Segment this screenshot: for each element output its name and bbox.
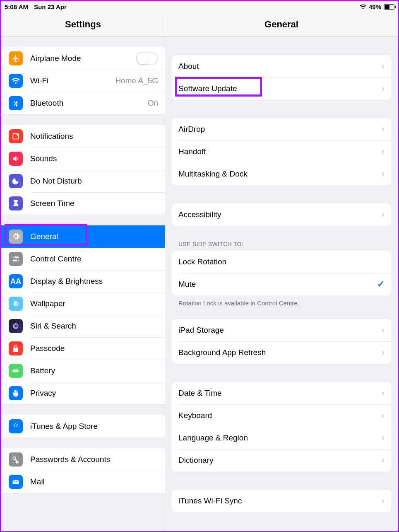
detail-item-handoff[interactable]: Handoff › xyxy=(172,140,391,163)
battery-percent: 49% xyxy=(369,3,381,10)
detail-item-itunes-wifi-sync[interactable]: iTunes Wi-Fi Sync › xyxy=(172,490,391,512)
sidebar-item-passcode[interactable]: Passcode xyxy=(1,337,165,360)
detail-item-date-time[interactable]: Date & Time › xyxy=(172,382,391,404)
detail-item-software-update[interactable]: Software Update › xyxy=(172,77,391,100)
sidebar-item-airplane[interactable]: Airplane Mode xyxy=(1,47,165,70)
detail-label: iPad Storage xyxy=(178,326,224,335)
detail-item-airdrop[interactable]: AirDrop › xyxy=(172,118,391,140)
sidebar-item-siri[interactable]: Siri & Search xyxy=(1,315,165,337)
appstore-icon xyxy=(9,419,23,433)
svg-point-1 xyxy=(17,133,19,135)
svg-point-5 xyxy=(17,260,18,261)
sidebar-label: Control Centre xyxy=(30,254,158,264)
detail-item-background-refresh[interactable]: Background App Refresh › xyxy=(172,341,391,364)
mail-icon xyxy=(9,475,23,489)
moon-icon xyxy=(9,174,23,188)
status-time: 5:08 AM xyxy=(5,3,28,10)
detail-label: About xyxy=(178,62,199,71)
chevron-right-icon: › xyxy=(382,347,385,358)
status-bar: 5:08 AM Sun 23 Apr 49% xyxy=(1,1,398,12)
sidebar-item-dnd[interactable]: Do Not Disturb xyxy=(1,170,165,192)
sounds-icon xyxy=(9,152,23,166)
chevron-right-icon: › xyxy=(382,83,385,94)
sidebar-item-display[interactable]: AA Display & Brightness xyxy=(1,270,165,293)
svg-point-11 xyxy=(14,325,17,328)
detail-label: AirDrop xyxy=(178,125,205,134)
sidebar-label: Do Not Disturb xyxy=(30,177,158,186)
detail-label: Keyboard xyxy=(178,411,212,420)
sidebar-label: iTunes & App Store xyxy=(30,422,158,431)
sidebar-label: Mail xyxy=(30,477,158,486)
sidebar-label: General xyxy=(30,232,158,241)
detail-item-dictionary[interactable]: Dictionary › xyxy=(172,449,391,472)
sidebar-item-wifi[interactable]: Wi-Fi Home A_5G xyxy=(1,70,165,92)
hourglass-icon xyxy=(9,196,23,210)
detail-item-ipad-storage[interactable]: iPad Storage › xyxy=(172,319,391,341)
sidebar-item-passwords[interactable]: Passwords & Accounts xyxy=(1,448,165,471)
detail-label: Language & Region xyxy=(178,433,248,443)
group-footer: Rotation Lock is available in Control Ce… xyxy=(172,295,391,307)
sidebar-label: Display & Brightness xyxy=(30,277,158,286)
detail-label: Lock Rotation xyxy=(178,257,226,266)
battery-icon xyxy=(9,364,23,378)
sidebar-label: Passwords & Accounts xyxy=(30,455,158,464)
side-switch-mute[interactable]: Mute ✓ xyxy=(172,273,391,295)
wifi-value: Home A_5G xyxy=(115,76,159,85)
chevron-right-icon: › xyxy=(382,455,385,466)
sidebar-label: Bluetooth xyxy=(30,99,148,108)
detail-item-multitasking[interactable]: Multitasking & Dock › xyxy=(172,163,391,185)
svg-rect-12 xyxy=(13,370,18,372)
sidebar-item-bluetooth[interactable]: Bluetooth On xyxy=(1,92,165,114)
sidebar-item-privacy[interactable]: Privacy xyxy=(1,382,165,404)
airplane-toggle[interactable] xyxy=(136,52,158,65)
chevron-right-icon: › xyxy=(382,169,385,179)
sidebar-label: Notifications xyxy=(30,132,158,141)
chevron-right-icon: › xyxy=(382,410,385,421)
sidebar-item-general[interactable]: General xyxy=(1,225,165,248)
wifi-icon xyxy=(9,74,23,88)
battery-icon xyxy=(384,4,394,10)
sidebar-item-sounds[interactable]: Sounds xyxy=(1,148,165,170)
sidebar-label: Sounds xyxy=(30,154,158,163)
bluetooth-icon xyxy=(9,96,23,110)
sidebar-item-controlcentre[interactable]: Control Centre xyxy=(1,248,165,270)
hand-icon xyxy=(9,386,23,400)
sidebar-item-itunes[interactable]: iTunes & App Store xyxy=(1,415,165,438)
notifications-icon xyxy=(9,129,23,143)
sidebar-label: Wallpaper xyxy=(30,299,158,308)
bluetooth-value: On xyxy=(148,99,158,108)
sidebar-label: Siri & Search xyxy=(30,322,158,331)
detail-item-language-region[interactable]: Language & Region › xyxy=(172,427,391,449)
detail-label: Accessibility xyxy=(178,210,221,219)
sidebar-label: Privacy xyxy=(30,389,158,398)
sidebar-item-wallpaper[interactable]: Wallpaper xyxy=(1,293,165,315)
detail-item-keyboard[interactable]: Keyboard › xyxy=(172,404,391,427)
chevron-right-icon: › xyxy=(382,209,385,220)
detail-item-accessibility[interactable]: Accessibility › xyxy=(172,203,391,226)
side-switch-lock-rotation[interactable]: Lock Rotation xyxy=(172,251,391,273)
sidebar-label: Screen Time xyxy=(30,199,158,208)
key-icon xyxy=(9,452,23,467)
svg-rect-13 xyxy=(19,370,19,371)
chevron-right-icon: › xyxy=(382,433,385,443)
sidebar-item-notifications[interactable]: Notifications xyxy=(1,125,165,148)
siri-icon xyxy=(9,319,23,333)
svg-point-6 xyxy=(15,303,16,304)
detail-item-about[interactable]: About › xyxy=(172,55,391,77)
svg-point-4 xyxy=(13,257,14,258)
chevron-right-icon: › xyxy=(382,124,385,135)
detail-label: Background App Refresh xyxy=(178,348,266,357)
detail-label: Software Update xyxy=(178,84,237,93)
checkmark-icon: ✓ xyxy=(377,279,385,290)
chevron-right-icon: › xyxy=(382,61,385,72)
chevron-right-icon: › xyxy=(382,496,385,506)
sidebar: Settings Airplane Mode Wi-Fi Home A_5G B… xyxy=(1,12,165,531)
flower-icon xyxy=(9,297,23,311)
chevron-right-icon: › xyxy=(382,325,385,336)
sidebar-item-battery[interactable]: Battery xyxy=(1,360,165,382)
svg-rect-15 xyxy=(13,480,19,484)
sidebar-title: Settings xyxy=(1,12,165,37)
sidebar-item-screentime[interactable]: Screen Time xyxy=(1,192,165,215)
sidebar-label: Passcode xyxy=(30,344,158,353)
sidebar-item-mail[interactable]: Mail xyxy=(1,471,165,493)
